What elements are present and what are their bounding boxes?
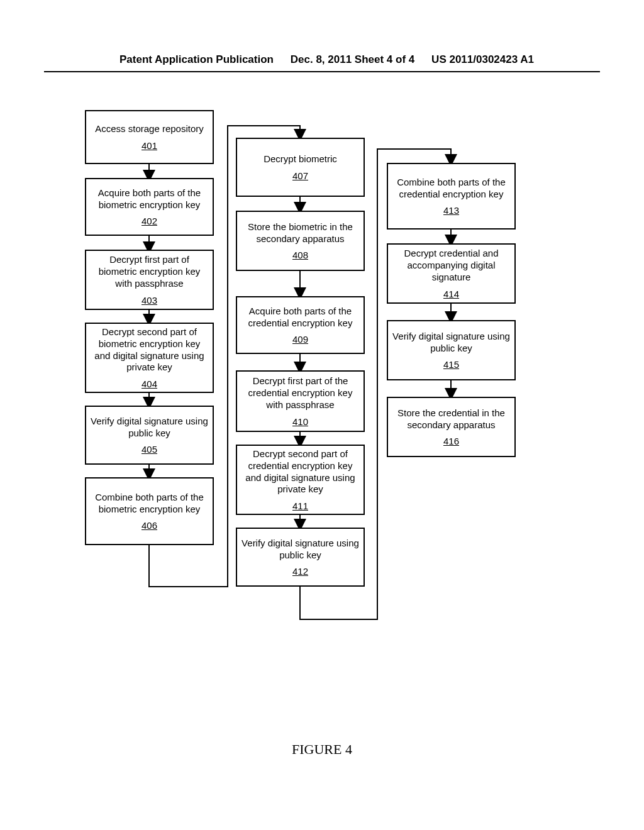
flowchart-box-ref: 406 [142, 520, 157, 531]
flowchart-box-text: Store the biometric in the secondary app… [241, 221, 360, 245]
flowchart-box-text: Store the credential in the secondary ap… [392, 407, 511, 431]
flowchart-box-404: Decrypt second part of biometric encrypt… [85, 323, 214, 393]
flowchart-box-text: Combine both parts of the credential enc… [392, 177, 511, 201]
flowchart-box-408: Store the biometric in the secondary app… [236, 211, 365, 271]
flowchart-box-text: Access storage repository [95, 123, 204, 135]
flowchart-box-401: Access storage repository 401 [85, 110, 214, 164]
flowchart-box-405: Verify digital signature using public ke… [85, 406, 214, 465]
flowchart-box-416: Store the credential in the secondary ap… [387, 397, 516, 457]
flowchart-box-ref: 411 [292, 501, 308, 511]
flowchart-box-411: Decrypt second part of credential encryp… [236, 445, 365, 515]
flowchart-box-text: Acquire both parts of the biometric encr… [90, 187, 209, 211]
flowchart-box-text: Verify digital signature using public ke… [241, 538, 360, 562]
flowchart-box-ref: 404 [142, 379, 157, 389]
flowchart-box-ref: 401 [142, 140, 157, 151]
flowchart-box-ref: 403 [142, 295, 157, 306]
flowchart-box-text: Decrypt biometric [264, 153, 337, 165]
flowchart-box-text: Decrypt credential and accompanying digi… [392, 248, 511, 283]
header-left: Patent Application Publication [119, 53, 274, 66]
flowchart-box-410: Decrypt first part of the credential enc… [236, 370, 365, 432]
flowchart-box-text: Decrypt second part of biometric encrypt… [90, 326, 209, 374]
flowchart-box-407: Decrypt biometric 407 [236, 138, 365, 197]
header-right: US 2011/0302423 A1 [431, 53, 534, 66]
flowchart-box-ref: 412 [292, 566, 308, 577]
flowchart-box-ref: 408 [292, 250, 308, 260]
header-center: Dec. 8, 2011 Sheet 4 of 4 [291, 53, 415, 66]
flowchart-box-text: Acquire both parts of the credential enc… [241, 306, 360, 329]
flowchart-box-ref: 414 [443, 289, 459, 299]
flowchart-box-403: Decrypt first part of biometric encrypti… [85, 250, 214, 310]
flowchart-box-ref: 407 [292, 170, 308, 181]
flowchart-box-text: Decrypt first part of the credential enc… [241, 375, 360, 411]
flowchart-box-text: Decrypt second part of credential encryp… [241, 448, 360, 495]
flowchart-box-406: Combine both parts of the biometric encr… [85, 477, 214, 545]
flowchart-box-409: Acquire both parts of the credential enc… [236, 296, 365, 354]
flowchart-box-ref: 416 [443, 436, 459, 446]
flowchart-box-ref: 415 [443, 359, 459, 370]
flowchart-box-text: Combine both parts of the biometric encr… [90, 492, 209, 516]
flowchart-box-ref: 409 [292, 334, 308, 345]
flowchart-box-415: Verify digital signature using public ke… [387, 320, 516, 380]
flowchart-box-ref: 410 [292, 416, 308, 427]
page-header: Patent Application Publication Dec. 8, 2… [44, 0, 600, 72]
flowchart-box-402: Acquire both parts of the biometric encr… [85, 178, 214, 236]
flowchart-box-ref: 402 [142, 216, 157, 226]
flowchart-box-text: Verify digital signature using public ke… [392, 331, 511, 355]
flowchart-box-412: Verify digital signature using public ke… [236, 528, 365, 587]
figure-caption: FIGURE 4 [0, 741, 644, 758]
flowchart-box-text: Verify digital signature using public ke… [90, 416, 209, 440]
flowchart-box-ref: 413 [443, 205, 459, 216]
flowchart-box-413: Combine both parts of the credential enc… [387, 163, 516, 230]
flowchart-box-text: Decrypt first part of biometric encrypti… [90, 254, 209, 289]
flowchart-diagram: Access storage repository 401 Acquire bo… [0, 110, 644, 745]
flowchart-box-ref: 405 [142, 444, 157, 455]
flowchart-box-414: Decrypt credential and accompanying digi… [387, 243, 516, 304]
